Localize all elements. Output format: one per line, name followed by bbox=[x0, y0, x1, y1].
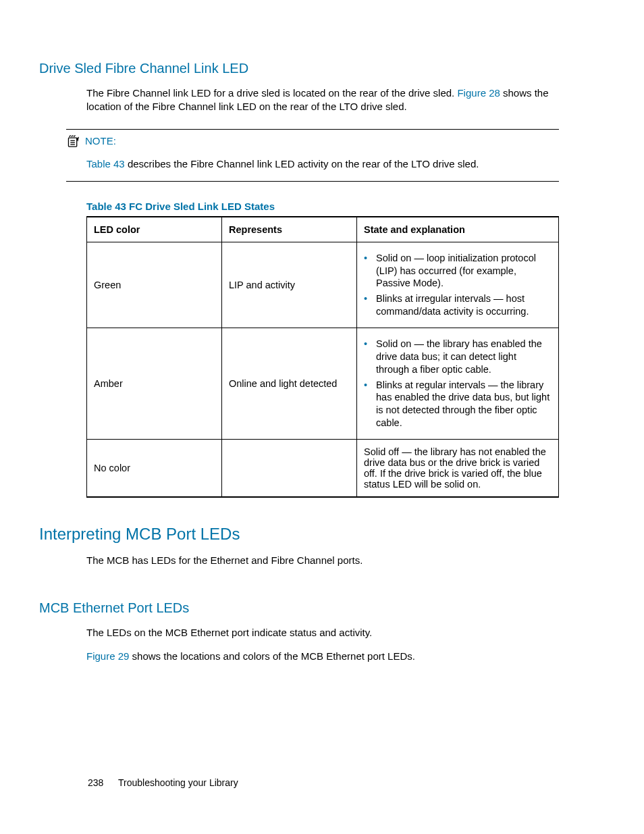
table-row: Amber Online and light detected Solid on… bbox=[87, 328, 559, 439]
paragraph-drive-sled-intro: The Fibre Channel link LED for a drive s… bbox=[86, 86, 559, 114]
table-led-states: LED color Represents State and explanati… bbox=[86, 216, 559, 498]
table-cell-state: Solid off — the library has not enabled … bbox=[357, 439, 559, 497]
list-item: Blinks at regular intervals — the librar… bbox=[364, 379, 552, 429]
table-header-cell: LED color bbox=[87, 217, 222, 242]
text-fragment: shows the locations and colors of the MC… bbox=[129, 650, 415, 662]
table-cell-state: Solid on — loop initialization protocol … bbox=[357, 242, 559, 328]
page-footer: 238 Troubleshooting your Library bbox=[88, 777, 238, 788]
note-icon bbox=[66, 135, 80, 147]
heading-interpreting-mcb: Interpreting MCB Port LEDs bbox=[39, 525, 559, 544]
list-item: Solid on — the library has enabled the d… bbox=[364, 338, 552, 376]
text-fragment: The Fibre Channel link LED for a drive s… bbox=[86, 87, 457, 99]
page-number: 238 bbox=[88, 777, 103, 788]
list-item: Blinks at irregular intervals — host com… bbox=[364, 292, 552, 318]
table-cell-led-color: Amber bbox=[87, 328, 222, 439]
link-figure-28[interactable]: Figure 28 bbox=[457, 87, 500, 99]
table-row: No color Solid off — the library has not… bbox=[87, 439, 559, 497]
note-text: Table 43 describes the Fibre Channel lin… bbox=[86, 157, 559, 171]
link-figure-29[interactable]: Figure 29 bbox=[86, 650, 129, 662]
table-cell-state: Solid on — the library has enabled the d… bbox=[357, 328, 559, 439]
table-caption: Table 43 FC Drive Sled Link LED States bbox=[86, 201, 559, 212]
link-table-43[interactable]: Table 43 bbox=[86, 158, 125, 170]
heading-drive-sled-fibre: Drive Sled Fibre Channel Link LED bbox=[39, 61, 559, 76]
table-header-cell: Represents bbox=[222, 217, 357, 242]
text-fragment: describes the Fibre Channel link LED act… bbox=[125, 158, 479, 170]
divider bbox=[66, 181, 559, 182]
table-cell-represents: LIP and activity bbox=[222, 242, 357, 328]
table-header-cell: State and explanation bbox=[357, 217, 559, 242]
heading-mcb-ethernet: MCB Ethernet Port LEDs bbox=[39, 600, 559, 616]
footer-section-title: Troubleshooting your Library bbox=[118, 777, 238, 788]
list-item: Solid on — loop initialization protocol … bbox=[364, 252, 552, 290]
paragraph-mcb-intro: The MCB has LEDs for the Ethernet and Fi… bbox=[86, 554, 559, 567]
table-header-row: LED color Represents State and explanati… bbox=[87, 217, 559, 242]
note-block: NOTE: Table 43 describes the Fibre Chann… bbox=[39, 129, 559, 182]
table-cell-led-color: No color bbox=[87, 439, 222, 497]
paragraph-mcb-ethernet-1: The LEDs on the MCB Ethernet port indica… bbox=[86, 626, 559, 640]
table-cell-led-color: Green bbox=[87, 242, 222, 328]
table-row: Green LIP and activity Solid on — loop i… bbox=[87, 242, 559, 328]
table-cell-represents: Online and light detected bbox=[222, 328, 357, 439]
divider bbox=[66, 129, 559, 130]
note-label: NOTE: bbox=[85, 135, 116, 147]
paragraph-mcb-ethernet-2: Figure 29 shows the locations and colors… bbox=[86, 650, 559, 663]
table-cell-represents bbox=[222, 439, 357, 497]
